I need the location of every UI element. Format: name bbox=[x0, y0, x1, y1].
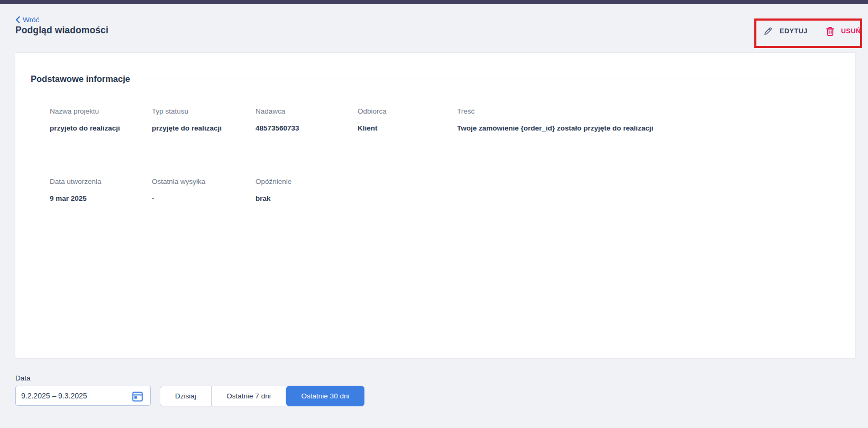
section-divider bbox=[142, 79, 840, 79]
section-header: Podstawowe informacje bbox=[31, 74, 840, 84]
field-value: Klient bbox=[358, 124, 457, 133]
field-data-utworzenia: Data utworzenia 9 mar 2025 bbox=[50, 177, 152, 203]
field-label: Ostatnia wysyłka bbox=[152, 177, 255, 186]
field-value: 48573560733 bbox=[255, 124, 358, 133]
back-link[interactable]: Wróć bbox=[15, 16, 39, 24]
field-value: przyjęte do realizacji bbox=[152, 124, 255, 133]
field-label: Nazwa projektu bbox=[50, 107, 152, 116]
field-value: Twoje zamówienie {order_id} zostało przy… bbox=[457, 124, 839, 133]
field-label: Data utworzenia bbox=[50, 177, 152, 186]
preset-today-button[interactable]: Dzisiaj bbox=[160, 386, 212, 406]
field-value: - bbox=[152, 194, 255, 203]
edit-button-label: EDYTUJ bbox=[780, 27, 808, 35]
field-odbiorca: Odbiorca Klient bbox=[358, 107, 457, 133]
date-filter-label: Data bbox=[15, 374, 364, 383]
field-nadawca: Nadawca 48573560733 bbox=[255, 107, 358, 133]
trash-icon bbox=[826, 27, 834, 36]
pencil-icon bbox=[763, 26, 773, 36]
field-value: 9 mar 2025 bbox=[50, 194, 152, 203]
delete-button-label: USUŃ bbox=[841, 27, 861, 35]
calendar-picker-button[interactable] bbox=[132, 390, 143, 402]
section-title: Podstawowe informacje bbox=[31, 74, 130, 84]
date-filter: Data Dzisiaj Ostatnie 7 dni Ostatnie 30 … bbox=[15, 374, 364, 406]
top-accent-bar bbox=[0, 0, 868, 4]
field-label: Typ statusu bbox=[152, 107, 255, 116]
field-nazwa-projektu: Nazwa projektu przyjeto do realizacji bbox=[50, 107, 152, 133]
header-actions: EDYTUJ USUŃ bbox=[763, 26, 861, 36]
field-label: Nadawca bbox=[255, 107, 358, 116]
preset-last-7-days-button[interactable]: Ostatnie 7 dni bbox=[212, 386, 286, 406]
field-value: brak bbox=[255, 194, 358, 203]
field-opoznienie: Opóźnienie brak bbox=[255, 177, 358, 203]
edit-button[interactable]: EDYTUJ bbox=[763, 26, 808, 36]
delete-button[interactable]: USUŃ bbox=[826, 27, 861, 36]
page-title: Podgląd wiadomości bbox=[15, 25, 108, 36]
chevron-left-icon bbox=[15, 16, 20, 23]
message-preview-card: Podstawowe informacje Nazwa projektu prz… bbox=[15, 52, 856, 358]
field-value: przyjeto do realizacji bbox=[50, 124, 152, 133]
field-label: Treść bbox=[457, 107, 839, 116]
field-label: Opóźnienie bbox=[255, 177, 358, 186]
calendar-icon bbox=[132, 390, 143, 402]
fields-row-1: Nazwa projektu przyjeto do realizacji Ty… bbox=[15, 107, 855, 133]
date-filter-controls: Dzisiaj Ostatnie 7 dni Ostatnie 30 dni bbox=[15, 386, 364, 406]
field-ostatnia-wysylka: Ostatnia wysyłka - bbox=[152, 177, 255, 203]
field-tresc: Treść Twoje zamówienie {order_id} został… bbox=[457, 107, 839, 133]
preset-last-30-days-button[interactable]: Ostatnie 30 dni bbox=[286, 386, 364, 406]
date-range-field[interactable] bbox=[15, 386, 151, 406]
date-range-input[interactable] bbox=[16, 392, 124, 400]
field-typ-statusu: Typ statusu przyjęte do realizacji bbox=[152, 107, 255, 133]
fields-row-2: Data utworzenia 9 mar 2025 Ostatnia wysy… bbox=[15, 177, 855, 203]
back-link-label: Wróć bbox=[23, 16, 39, 24]
field-label: Odbiorca bbox=[358, 107, 457, 116]
date-range-presets: Dzisiaj Ostatnie 7 dni Ostatnie 30 dni bbox=[160, 386, 364, 406]
